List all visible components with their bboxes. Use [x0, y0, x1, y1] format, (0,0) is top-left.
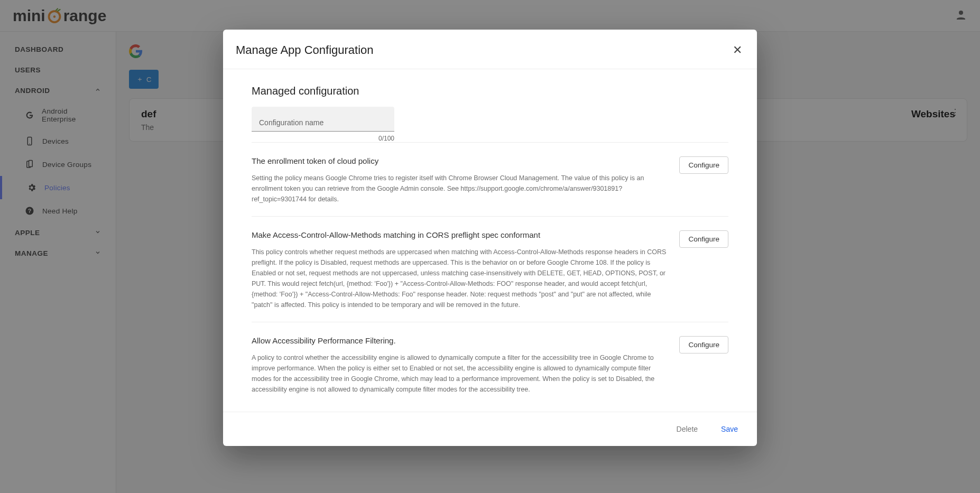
policy-description: A policy to control whether the accessib… [252, 352, 667, 395]
policy-title: Make Access-Control-Allow-Methods matchi… [252, 230, 667, 239]
modal-body: Managed configuration 0/100 The enrollme… [223, 69, 757, 412]
policy-description: Setting the policy means Google Chrome t… [252, 173, 667, 204]
policy-description: This policy controls whether request met… [252, 247, 667, 310]
policy-row-enrollment-token: The enrollment token of cloud policy Set… [252, 142, 728, 216]
configure-button[interactable]: Configure [679, 336, 728, 354]
close-button[interactable]: ✕ [731, 41, 744, 59]
manage-app-config-modal: Manage App Configuration ✕ Managed confi… [223, 30, 757, 446]
config-name-field-wrapper: 0/100 [252, 107, 394, 142]
save-button[interactable]: Save [715, 421, 744, 438]
section-title: Managed configuration [252, 85, 728, 97]
policy-title: Allow Accessibility Performance Filterin… [252, 336, 667, 345]
modal-footer: Delete Save [223, 412, 757, 446]
policy-row-cors-matching: Make Access-Control-Allow-Methods matchi… [252, 216, 728, 322]
configure-button[interactable]: Configure [679, 230, 728, 248]
configure-button[interactable]: Configure [679, 156, 728, 174]
policy-title: The enrollment token of cloud policy [252, 156, 667, 165]
modal-overlay: Manage App Configuration ✕ Managed confi… [0, 0, 980, 493]
close-icon: ✕ [733, 43, 742, 57]
policy-row-accessibility-filtering: Allow Accessibility Performance Filterin… [252, 322, 728, 406]
delete-button[interactable]: Delete [670, 421, 704, 438]
modal-header: Manage App Configuration ✕ [223, 30, 757, 69]
config-name-input[interactable] [252, 107, 394, 132]
char-count: 0/100 [252, 135, 394, 142]
modal-title: Manage App Configuration [236, 43, 374, 57]
